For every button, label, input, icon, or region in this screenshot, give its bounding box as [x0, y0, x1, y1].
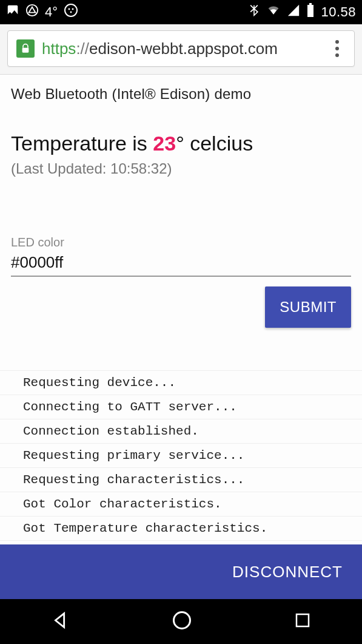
- led-color-label: LED color: [11, 236, 351, 249]
- android-nav-bar: [0, 599, 362, 644]
- svg-point-2: [69, 8, 70, 10]
- bluetooth-icon: [248, 3, 260, 21]
- log-item: Requesting primary service...: [0, 444, 362, 468]
- temperature-heading: Temperature is 23° celcius: [11, 132, 351, 155]
- svg-point-1: [65, 4, 77, 16]
- url-separator: ://: [76, 39, 89, 58]
- url-scheme: https: [42, 39, 76, 58]
- page-subtitle: Web Bluetooth (Intel® Edison) demo: [11, 86, 351, 103]
- battery-icon: [306, 3, 315, 21]
- svg-point-4: [70, 12, 72, 13]
- log-item: Got Color characteristics.: [0, 492, 362, 517]
- svg-rect-7: [22, 48, 29, 53]
- submit-button[interactable]: SUBMIT: [265, 286, 351, 328]
- url-host: edison-webbt.appspot.com: [89, 39, 278, 58]
- home-icon[interactable]: [171, 609, 193, 634]
- face-icon: [64, 3, 78, 21]
- svg-rect-6: [309, 3, 312, 5]
- lock-icon: [16, 39, 35, 58]
- android-status-bar: 4° 10.58: [0, 0, 362, 24]
- disconnect-button[interactable]: DISCONNECT: [232, 563, 343, 581]
- log-list: Requesting device... Connecting to GATT …: [0, 370, 362, 541]
- led-color-input[interactable]: [11, 252, 351, 277]
- temperature-prefix: Temperature is: [11, 132, 153, 155]
- status-clock: 10.58: [321, 4, 356, 20]
- svg-point-8: [174, 612, 190, 629]
- overflow-menu-icon[interactable]: [329, 40, 346, 57]
- temperature-suffix: ° celcius: [176, 132, 253, 155]
- cell-signal-icon: [287, 4, 300, 21]
- image-icon: [6, 4, 19, 21]
- recents-icon[interactable]: [293, 611, 312, 632]
- log-item: Requesting characteristics...: [0, 468, 362, 492]
- back-icon[interactable]: [50, 610, 71, 633]
- wifi-icon: [266, 4, 281, 20]
- log-item: Connection established.: [0, 419, 362, 444]
- svg-rect-5: [307, 5, 313, 17]
- last-updated-text: (Last Updated: 10:58:32): [11, 160, 351, 177]
- url-text: https://edison-webbt.appspot.com: [42, 39, 321, 58]
- log-item: Connecting to GATT server...: [0, 395, 362, 419]
- url-bar[interactable]: https://edison-webbt.appspot.com: [7, 30, 355, 67]
- svg-rect-9: [297, 614, 309, 626]
- temperature-value: 23: [153, 132, 176, 155]
- svg-point-3: [72, 8, 74, 10]
- log-item: Requesting device...: [0, 371, 362, 395]
- footer-bar: DISCONNECT: [0, 544, 362, 599]
- log-item: Got Temperature characteristics.: [0, 517, 362, 541]
- browser-chrome: https://edison-webbt.appspot.com: [0, 24, 362, 75]
- peak-icon: [25, 4, 39, 21]
- status-temperature: 4°: [45, 4, 58, 20]
